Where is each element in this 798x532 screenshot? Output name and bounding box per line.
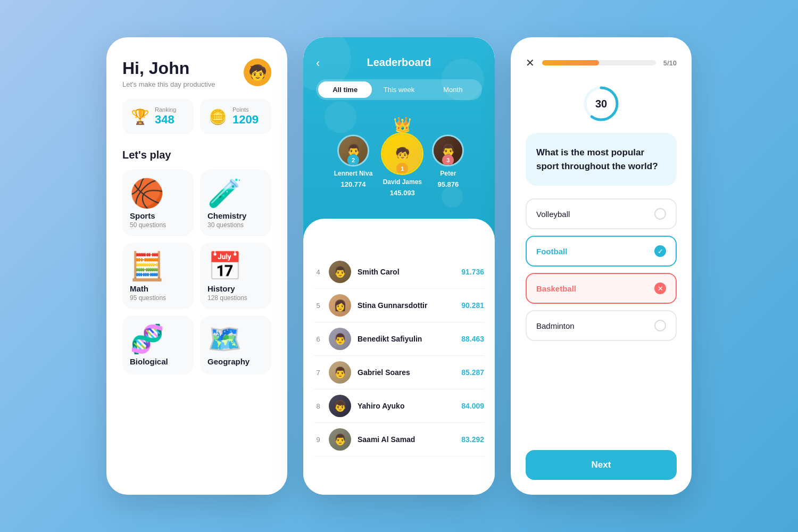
list-item: 6 👨 Benedikt Safiyulin 88.463 xyxy=(314,322,484,356)
name-benedikt: Benedikt Safiyulin xyxy=(358,335,455,343)
name-stina: Stina Gunnarsdottir xyxy=(358,301,455,310)
leaderboard-card: ‹ Leaderboard All time This week Month 👨… xyxy=(303,37,495,495)
leaderboard-list: 4 👨 Smith Carol 91.736 5 👩 Stina Gunnars… xyxy=(303,250,495,495)
answer-volleyball[interactable]: Volleyball xyxy=(526,198,677,229)
answer-badminton[interactable]: Badminton xyxy=(526,310,677,341)
subject-chemistry[interactable]: 🧪 Chemistry 30 questions xyxy=(200,170,271,236)
rank-badge-2: 2 xyxy=(347,154,359,166)
ranking-value: 348 xyxy=(155,113,176,127)
greeting-text: Hi, John xyxy=(122,59,215,78)
points-info: Points 1209 xyxy=(232,106,259,127)
answer-radio-volleyball xyxy=(654,208,666,220)
stats-row: 🏆 Ranking 348 🪙 Points 1209 xyxy=(122,99,271,134)
history-questions: 128 questions xyxy=(207,294,247,302)
rank-5: 5 xyxy=(314,302,322,310)
answer-radio-basketball: ✕ xyxy=(654,282,666,294)
avatar-benedikt: 👨 xyxy=(329,328,351,350)
lets-play-title: Let's play xyxy=(122,149,271,161)
podium-score-2: 120.774 xyxy=(341,180,366,188)
avatar-gabriel: 👨 xyxy=(329,361,351,384)
sports-name: Sports xyxy=(130,211,155,220)
trophy-icon: 🏆 xyxy=(131,108,149,126)
ranking-stat: 🏆 Ranking 348 xyxy=(122,99,194,134)
score-gabriel: 85.287 xyxy=(461,368,484,377)
points-stat: 🪙 Points 1209 xyxy=(200,99,271,134)
crown-icon: 👑 xyxy=(393,116,412,134)
coin-icon: 🪙 xyxy=(209,108,227,126)
podium-avatar-3: 👨 3 xyxy=(432,135,464,167)
history-name: History xyxy=(207,284,235,293)
subject-history[interactable]: 📅 History 128 questions xyxy=(200,243,271,309)
bg-circle-2 xyxy=(442,59,484,101)
podium-first: 👑 🧒 1 David James 145.093 xyxy=(381,116,423,197)
back-button[interactable]: ‹ xyxy=(316,56,320,70)
tab-this-week[interactable]: This week xyxy=(372,81,426,98)
list-item: 9 👨 Saami Al Samad 83.292 xyxy=(314,423,484,456)
list-item: 5 👩 Stina Gunnarsdottir 90.281 xyxy=(314,289,484,322)
biological-name: Biological xyxy=(130,357,168,366)
subject-geography[interactable]: 🗺️ Geography xyxy=(200,315,271,375)
avatar-stina: 👩 xyxy=(329,294,351,317)
rank-badge-1: 1 xyxy=(396,163,408,174)
chemistry-name: Chemistry xyxy=(207,211,246,220)
home-card: Hi, John Let's make this day productive … xyxy=(106,37,287,495)
podium-second: 👨 2 Lennert Niva 120.774 xyxy=(334,135,373,197)
rank-7: 7 xyxy=(314,369,322,377)
rank-8: 8 xyxy=(314,402,322,410)
math-questions: 95 questions xyxy=(130,294,166,302)
avatar-smith: 👨 xyxy=(329,261,351,283)
timer-value: 30 xyxy=(595,98,607,110)
next-button[interactable]: Next xyxy=(526,450,677,480)
name-saami: Saami Al Samad xyxy=(358,435,455,444)
podium-avatar-1: 🧒 1 xyxy=(381,132,423,175)
progress-bar xyxy=(542,60,599,65)
podium-score-3: 95.876 xyxy=(437,180,459,188)
leaderboard-header: ‹ Leaderboard All time This week Month 👨… xyxy=(303,37,495,250)
subject-biological[interactable]: 🧬 Biological xyxy=(122,315,194,375)
subtitle-text: Let's make this day productive xyxy=(122,80,215,88)
name-gabriel: Gabriel Soares xyxy=(358,368,455,377)
answer-radio-badminton xyxy=(654,320,666,331)
score-benedikt: 88.463 xyxy=(461,335,484,343)
math-icon: 🧮 xyxy=(130,252,164,280)
history-icon: 📅 xyxy=(207,252,242,280)
answer-text-football: Football xyxy=(536,247,567,256)
podium-name-2: Lennert Niva xyxy=(334,170,373,177)
answer-basketball[interactable]: Basketball ✕ xyxy=(526,273,677,304)
subjects-grid: 🏀 Sports 50 questions 🧪 Chemistry 30 que… xyxy=(122,170,271,375)
question-text: What is the most popular sport throughou… xyxy=(536,146,666,173)
rank-6: 6 xyxy=(314,335,322,343)
biological-icon: 🧬 xyxy=(130,325,164,353)
close-button[interactable]: ✕ xyxy=(526,56,535,69)
math-name: Math xyxy=(130,284,148,293)
podium-third: 👨 3 Peter 95.876 xyxy=(432,135,464,197)
subject-math[interactable]: 🧮 Math 95 questions xyxy=(122,243,194,309)
score-smith: 91.736 xyxy=(461,268,484,276)
answer-radio-football: ✓ xyxy=(654,245,666,257)
podium-name-1: David James xyxy=(383,178,422,186)
rank-badge-3: 3 xyxy=(442,154,454,166)
score-saami: 83.292 xyxy=(461,435,484,444)
question-box: What is the most popular sport throughou… xyxy=(526,133,677,186)
quiz-card: ✕ 5/10 30 What is the most popular sport… xyxy=(511,37,692,495)
geography-name: Geography xyxy=(207,357,250,366)
sports-questions: 50 questions xyxy=(130,221,166,229)
home-header-text: Hi, John Let's make this day productive xyxy=(122,59,215,88)
subject-sports[interactable]: 🏀 Sports 50 questions xyxy=(122,170,194,236)
list-item: 8 👦 Yahiro Ayuko 84.009 xyxy=(314,389,484,423)
answers-list: Volleyball Football ✓ Basketball ✕ Badmi… xyxy=(526,198,677,439)
answer-football[interactable]: Football ✓ xyxy=(526,236,677,267)
answer-text-badminton: Badminton xyxy=(536,321,575,330)
points-label: Points xyxy=(232,106,259,113)
podium: 👨 2 Lennert Niva 120.774 👑 🧒 1 David Jam… xyxy=(316,116,482,207)
avatar-saami: 👨 xyxy=(329,428,351,451)
list-item: 4 👨 Smith Carol 91.736 xyxy=(314,255,484,289)
progress-bar-wrapper xyxy=(542,60,656,65)
points-value: 1209 xyxy=(232,113,259,127)
progress-text: 5/10 xyxy=(663,59,677,67)
rank-9: 9 xyxy=(314,436,322,444)
chemistry-questions: 30 questions xyxy=(207,221,244,229)
rank-4: 4 xyxy=(314,268,322,276)
ranking-info: Ranking 348 xyxy=(155,106,176,127)
home-header: Hi, John Let's make this day productive … xyxy=(122,59,271,88)
